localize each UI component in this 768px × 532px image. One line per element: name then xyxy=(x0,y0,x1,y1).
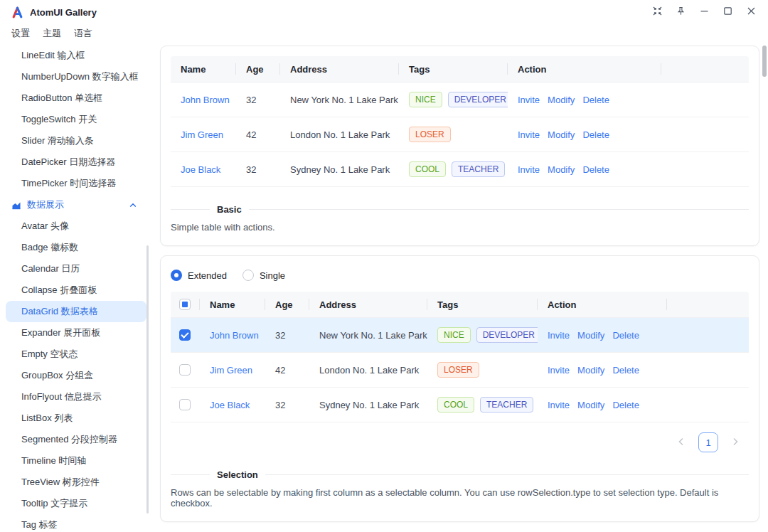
menu-item[interactable]: 主题 xyxy=(43,27,61,40)
collapse-window-button[interactable] xyxy=(649,4,666,21)
tag-cool: COOL xyxy=(409,161,446,177)
sidebar-item-label: TimePicker 时间选择器 xyxy=(21,177,116,190)
name-link[interactable]: Joe Black xyxy=(181,164,220,175)
table-row: Joe Black32Sydney No. 1 Lake ParkCOOLTEA… xyxy=(171,388,749,422)
radio-single[interactable]: Single xyxy=(242,270,285,281)
pagination-prev-button[interactable] xyxy=(673,435,689,450)
sidebar-item-label: Timeline 时间轴 xyxy=(21,454,86,467)
content-scrollbar[interactable] xyxy=(762,46,767,77)
sidebar-item-label: Empty 空状态 xyxy=(21,348,78,361)
action-modify-link[interactable]: Modify xyxy=(548,164,575,175)
checkbox-cell xyxy=(171,318,200,353)
sidebar-item-collapse[interactable]: Collapse 折叠面板 xyxy=(0,280,155,301)
radio-label: Single xyxy=(260,270,285,281)
row-checkbox[interactable] xyxy=(179,329,191,341)
action-invite-link[interactable]: Invite xyxy=(518,129,540,140)
action-modify-link[interactable]: Modify xyxy=(577,330,604,341)
action-invite-link[interactable]: Invite xyxy=(548,330,570,341)
action-invite-link[interactable]: Invite xyxy=(548,365,570,376)
sidebar-item-label: Calendar 日历 xyxy=(21,262,80,275)
sidebar-item-radiobutton[interactable]: RadioButton 单选框 xyxy=(0,87,155,109)
radio-unchecked-icon xyxy=(242,270,254,281)
action-delete-link[interactable]: Delete xyxy=(582,129,609,140)
name-link[interactable]: John Brown xyxy=(181,95,230,105)
chevron-left-icon xyxy=(678,437,685,449)
minimize-button[interactable] xyxy=(695,4,713,21)
sidebar-group-data-display[interactable]: 数据展示 xyxy=(0,194,155,216)
action-delete-link[interactable]: Delete xyxy=(582,95,609,105)
sidebar-item-toggleswitch[interactable]: ToggleSwitch 开关 xyxy=(0,109,155,130)
action-invite-link[interactable]: Invite xyxy=(518,95,540,105)
sidebar-item-tag[interactable]: Tag 标签 xyxy=(0,514,155,532)
sidebar-item-timepicker[interactable]: TimePicker 时间选择器 xyxy=(0,173,155,194)
actions-cell: InviteModifyDelete xyxy=(538,318,667,353)
pagination-page-button[interactable]: 1 xyxy=(698,432,718,452)
action-links: InviteModifyDelete xyxy=(518,164,661,175)
pin-window-button[interactable] xyxy=(672,4,689,21)
action-delete-link[interactable]: Delete xyxy=(612,330,639,341)
age-cell: 32 xyxy=(265,318,309,353)
select-all-checkbox[interactable] xyxy=(179,299,191,310)
column-header-empty xyxy=(667,292,749,318)
name-link[interactable]: Jim Green xyxy=(181,129,223,140)
sidebar-item-avatar[interactable]: Avatar 头像 xyxy=(0,216,155,237)
action-invite-link[interactable]: Invite xyxy=(518,164,540,175)
sidebar-item-listbox[interactable]: ListBox 列表 xyxy=(0,408,155,429)
action-modify-link[interactable]: Modify xyxy=(548,129,575,140)
section-title: Selection xyxy=(217,469,258,480)
menu-item[interactable]: 语言 xyxy=(74,27,92,40)
action-invite-link[interactable]: Invite xyxy=(548,400,570,410)
tags-cell: COOLTEACHER xyxy=(427,388,538,422)
sidebar-item-numberupdown[interactable]: NumberUpDown 数字输入框 xyxy=(0,66,155,87)
tags-cell: NICEDEVELOPER xyxy=(399,83,508,117)
sidebar-item-slider[interactable]: Slider 滑动输入条 xyxy=(0,130,155,151)
sidebar-item-label: TreeView 树形控件 xyxy=(21,476,100,489)
tag-developer: DEVELOPER xyxy=(476,327,538,343)
sidebar-item-infoflyout[interactable]: InfoFlyout 信息提示 xyxy=(0,386,155,408)
sidebar-item-datepicker[interactable]: DatePicker 日期选择器 xyxy=(0,151,155,173)
sidebar-item-badge[interactable]: Badge 徽标数 xyxy=(0,237,155,258)
sidebar-item-expander[interactable]: Expander 展开面板 xyxy=(0,322,155,344)
sidebar-item-empty[interactable]: Empty 空状态 xyxy=(0,344,155,365)
action-modify-link[interactable]: Modify xyxy=(577,365,604,376)
sidebar-item-groupbox[interactable]: GroupBox 分组盒 xyxy=(0,365,155,386)
menu-item[interactable]: 设置 xyxy=(11,27,30,40)
action-delete-link[interactable]: Delete xyxy=(582,164,609,175)
empty-cell xyxy=(661,117,749,152)
sidebar-item-label: Slider 滑动输入条 xyxy=(21,134,94,147)
section-description: Rows can be selectable by making first c… xyxy=(171,487,749,509)
sidebar-item-label: Tooltip 文字提示 xyxy=(21,497,87,510)
sidebar-item-treeview[interactable]: TreeView 树形控件 xyxy=(0,472,155,493)
sidebar-item-tooltip[interactable]: Tooltip 文字提示 xyxy=(0,493,155,514)
action-modify-link[interactable]: Modify xyxy=(548,95,575,105)
pagination: 1 xyxy=(171,432,749,452)
sidebar-item-timeline[interactable]: Timeline 时间轴 xyxy=(0,450,155,472)
action-delete-link[interactable]: Delete xyxy=(612,400,639,410)
pagination-next-button[interactable] xyxy=(727,435,743,450)
sidebar-scrollbar[interactable] xyxy=(146,245,149,514)
name-link[interactable]: John Brown xyxy=(210,330,259,341)
name-link[interactable]: Joe Black xyxy=(210,400,250,410)
action-delete-link[interactable]: Delete xyxy=(612,365,639,376)
sidebar-item-segmented[interactable]: Segmented 分段控制器 xyxy=(0,429,155,450)
action-modify-link[interactable]: Modify xyxy=(577,400,604,410)
sidebar-item-datagrid[interactable]: DataGrid 数据表格 xyxy=(6,301,146,322)
maximize-button[interactable] xyxy=(719,4,736,21)
sidebar-item-label: Avatar 头像 xyxy=(21,220,69,233)
close-button[interactable] xyxy=(742,4,759,21)
actions-cell: InviteModifyDelete xyxy=(508,152,661,187)
titlebar: AtomUI Gallery xyxy=(0,0,768,24)
tag-list: LOSER xyxy=(437,362,538,378)
row-checkbox[interactable] xyxy=(179,364,191,376)
name-link[interactable]: Jim Green xyxy=(210,365,252,376)
row-checkbox[interactable] xyxy=(179,399,191,410)
selection-mode-radio-group: ExtendedSingle xyxy=(171,267,749,283)
tag-developer: DEVELOPER xyxy=(448,92,508,107)
app-window: AtomUI Gallery xyxy=(0,0,768,532)
sidebar-item-lineedit[interactable]: LineEdit 输入框 xyxy=(0,45,155,66)
radio-extended[interactable]: Extended xyxy=(171,270,227,281)
divider-line xyxy=(171,474,210,475)
sidebar-item-label: ToggleSwitch 开关 xyxy=(21,113,97,126)
tag-teacher: TEACHER xyxy=(452,161,505,177)
sidebar-item-calendar[interactable]: Calendar 日历 xyxy=(0,258,155,280)
